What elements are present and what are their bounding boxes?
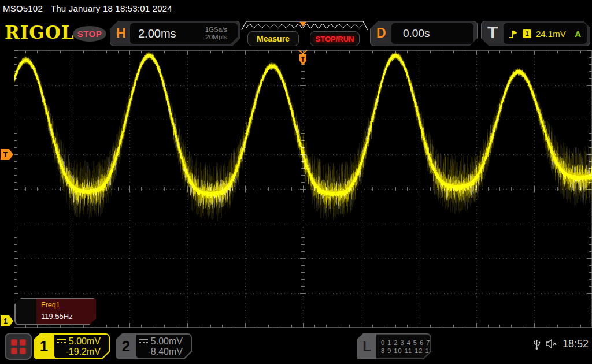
digital-row-0-7: 0 1 2 3 4 5 6 7	[381, 339, 430, 346]
delay-value: 0.00s	[403, 27, 430, 40]
logic-label: L	[357, 334, 376, 359]
sample-rate: 1GSa/s	[205, 26, 227, 33]
memory-waveform-strip[interactable]	[240, 20, 369, 31]
timebase-value: 2.00ms	[138, 27, 176, 40]
channel1-scale: 5.00mV	[69, 336, 101, 347]
horizontal-label: H	[116, 25, 126, 41]
model-name: MSO5102	[3, 3, 43, 13]
red-square-icon	[11, 348, 17, 354]
channel1-marker-number: 1	[3, 317, 8, 325]
oscilloscope-screen: MSO5102Thu January 18 18:53:01 2024 RIGO…	[0, 0, 592, 364]
channel1-number: 1	[34, 333, 54, 359]
clock: 18:52	[563, 338, 589, 350]
channel1-block[interactable]: 1 5.00mV -19.2mV	[34, 333, 110, 359]
rigol-logo: RIGOL	[5, 22, 75, 43]
usb-icon	[533, 337, 541, 350]
channel2-number: 2	[116, 333, 136, 359]
channel2-block[interactable]: 2 5.00mV -8.40mV	[116, 333, 192, 359]
top-status-bar: MSO5102Thu January 18 18:53:01 2024	[3, 3, 172, 13]
channel1-offset: -19.2mV	[66, 347, 101, 357]
trigger-position-marker[interactable]: T	[297, 49, 309, 66]
speaker-muted-icon	[545, 338, 558, 350]
red-square-icon	[20, 348, 26, 354]
memory-depth: 20Mpts	[205, 34, 227, 40]
measurement-name: Freq1	[41, 301, 96, 309]
measurement-panel[interactable]: Freq1 119.55Hz	[14, 298, 96, 325]
red-square-icon	[11, 339, 17, 346]
measure-button[interactable]: Measure	[247, 31, 299, 46]
svg-text:T: T	[301, 55, 305, 64]
trigger-settings-block[interactable]: T 1 24.1mV A	[481, 21, 590, 46]
trigger-position-icon: T	[297, 49, 309, 66]
channel2-offset: -8.40mV	[148, 347, 183, 357]
dc-coupling-icon	[57, 339, 66, 343]
dc-coupling-icon	[139, 339, 148, 343]
trigger-level-value: 24.1mV	[536, 29, 566, 39]
bottom-bar: 1 5.00mV -19.2mV 2 5.00mV -8.40mV L	[0, 329, 592, 364]
trigger-source-badge: 1	[523, 29, 531, 38]
delay-label: D	[376, 25, 386, 41]
trigger-label: T	[487, 23, 498, 42]
trigger-level-marker[interactable]: T	[1, 149, 13, 160]
quick-menu-button[interactable]	[5, 333, 32, 360]
sample-info: 1GSa/s 20Mpts	[205, 26, 227, 41]
digital-row-8-15: 8 9 10 11 12 13 14 15	[381, 347, 430, 354]
rising-edge-trigger-icon	[508, 29, 518, 39]
trigger-sweep-mode: A	[575, 29, 581, 39]
digital-channels-block[interactable]: L 0 1 2 3 4 5 6 7 8 9 10 11 12 13 14 15	[357, 333, 431, 359]
acquisition-state-badge: STOP	[73, 26, 106, 42]
red-square-icon	[20, 339, 26, 346]
trigger-level-marker-letter: T	[3, 151, 8, 159]
channel2-scale: 5.00mV	[151, 336, 183, 347]
measurement-value: 119.55Hz	[41, 312, 96, 321]
datetime: Thu January 18 18:53:01 2024	[51, 3, 172, 13]
delay-settings-block[interactable]: D 0.00s	[370, 21, 478, 46]
waveform-preview-icon	[240, 20, 369, 31]
horizontal-settings-block[interactable]: H 2.00ms 1GSa/s 20Mpts	[110, 21, 240, 46]
graticule-area[interactable]	[14, 50, 592, 328]
stop-run-button[interactable]: STOP/RUN	[310, 31, 360, 46]
channel1-ground-marker[interactable]: 1	[1, 315, 13, 326]
waveform-canvas	[14, 50, 592, 328]
header-bar: RIGOL STOP H 2.00ms 1GSa/s 20Mpts Measur…	[0, 18, 592, 48]
